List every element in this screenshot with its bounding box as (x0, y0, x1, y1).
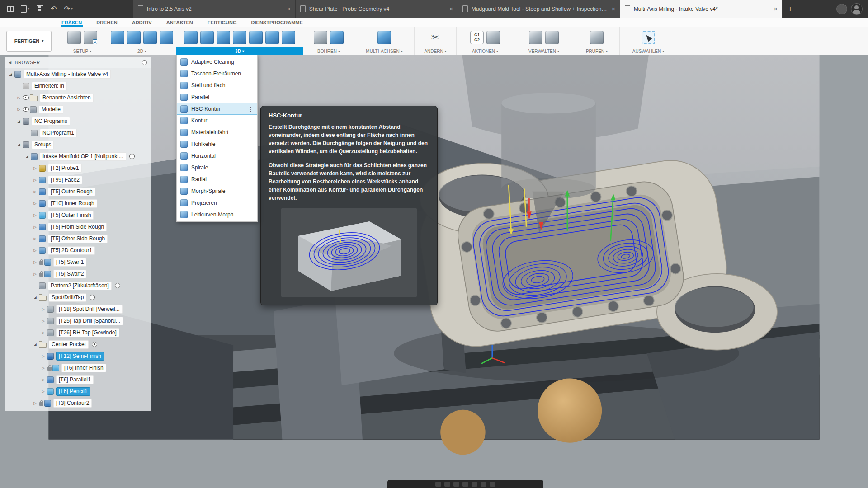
tree-expand-icon[interactable]: ▷ (32, 260, 38, 264)
browser-tree-item[interactable]: ▷[T26] RH Tap [Gewinde] (5, 327, 151, 338)
dock-button[interactable] (435, 482, 441, 487)
menu-item-spirale[interactable]: Spirale (177, 162, 257, 174)
browser-tree-item[interactable]: ▷Modelle (5, 103, 151, 115)
browser-tree-item[interactable]: ◢Multi-Axis Milling - Intake Valve v4 (5, 68, 151, 80)
menu-item-hsc-kontur[interactable]: HSC-Kontur⋮ (177, 103, 257, 115)
browser-tree-item[interactable]: ◢NC Programs (5, 115, 151, 127)
menu-item-steil-und-flach[interactable]: Steil und flach (177, 80, 257, 91)
tab-close-icon[interactable]: × (287, 5, 291, 13)
2d-adaptive-clearing-icon[interactable] (111, 31, 124, 44)
dock-button[interactable] (462, 482, 468, 487)
menu-item-morph-spirale[interactable]: Morph-Spirale (177, 185, 257, 197)
app-menu-icon[interactable] (5, 2, 16, 16)
new-tab-button[interactable]: + (783, 0, 798, 18)
browser-tree-item[interactable]: ▷[T5] Outer Finish (5, 209, 151, 221)
ribbon-tab-additiv[interactable]: ADDITIV (131, 20, 153, 27)
tree-expand-icon[interactable]: ▷ (32, 178, 38, 182)
group-dropdown-verwalten[interactable]: VERWALTEN▾ (514, 47, 574, 55)
nc-program-icon[interactable]: G (84, 31, 97, 44)
menu-item-taschen-freir-umen[interactable]: Taschen-Freiräumen (177, 68, 257, 80)
browser-tree-item[interactable]: ▷[T5] Swarf1 (5, 256, 151, 268)
multi-axis-contour-icon[interactable] (377, 31, 391, 44)
active-operation-target-icon[interactable] (115, 283, 120, 288)
tool-library-icon[interactable] (529, 31, 542, 44)
menu-item-horizontal[interactable]: Horizontal (177, 150, 257, 162)
browser-tree-item[interactable]: ▷[T3] Contour2 (5, 397, 151, 409)
ribbon-tab-fertigung[interactable]: FERTIGUNG (207, 20, 238, 27)
menu-item-parallel[interactable]: Parallel (177, 91, 257, 103)
group-dropdown-aktionen[interactable]: AKTIONEN▾ (457, 47, 514, 55)
browser-tree-item[interactable]: ▷[T2] Probe1 (5, 162, 151, 174)
menu-item-hohlkehle[interactable]: Hohlkehle (177, 138, 257, 150)
group-dropdown-ausw-hlen[interactable]: AUSWÄHLEN▾ (620, 47, 677, 55)
tree-expand-icon[interactable]: ▷ (32, 249, 38, 253)
browser-tree-item[interactable]: ▷[T5] 2D Contour1 (5, 244, 151, 256)
tree-expand-icon[interactable]: ▷ (32, 272, 38, 276)
group-dropdown-ndern[interactable]: ÄNDERN▾ (415, 47, 456, 55)
browser-tree-item[interactable]: ▷Benannte Ansichten (5, 92, 151, 103)
tree-expand-icon[interactable]: ▷ (40, 378, 46, 382)
tree-expand-icon[interactable]: ▷ (32, 166, 38, 170)
new-setup-icon[interactable] (67, 31, 81, 44)
drill-icon[interactable] (314, 31, 327, 44)
tree-expand-icon[interactable]: ▷ (16, 108, 22, 112)
document-tab[interactable]: Mudguard Mold Tool - Steep and Shallow +… (458, 0, 620, 18)
job-status-icon[interactable] (836, 4, 847, 14)
circular-milling-icon[interactable] (330, 31, 344, 44)
tree-expand-icon[interactable]: ◢ (32, 296, 38, 300)
tree-expand-icon[interactable]: ▷ (32, 237, 38, 241)
tree-expand-icon[interactable]: ▷ (32, 401, 38, 405)
menu-item-leitkurven-morph[interactable]: Leitkurven-Morph (177, 209, 257, 221)
tree-expand-icon[interactable]: ◢ (24, 155, 30, 159)
visibility-eye-icon[interactable] (23, 107, 29, 112)
browser-tree-item[interactable]: Einheiten: in (5, 80, 151, 92)
avatar[interactable] (851, 3, 863, 15)
browser-tree-item[interactable]: ▷[T12] Semi-Finish (5, 350, 151, 362)
dock-button[interactable] (490, 482, 495, 487)
browser-tree-item[interactable]: ◢Setups (5, 139, 151, 150)
select-cursor-icon[interactable] (642, 31, 655, 44)
browser-tree-item[interactable]: ▷[T99] Face2 (5, 174, 151, 186)
measure-icon[interactable] (590, 31, 604, 44)
browser-tree-item[interactable]: ▷[T10] Inner Rough (5, 197, 151, 209)
undo-icon[interactable]: ↶ (48, 2, 59, 16)
group-dropdown-multi-achsen[interactable]: MULTI-ACHSEN▾ (354, 47, 414, 55)
tab-close-icon[interactable]: × (449, 5, 453, 13)
task-manager-icon[interactable] (545, 31, 559, 44)
file-menu-icon[interactable]: ▾ (18, 2, 32, 16)
spiral-icon[interactable] (265, 31, 279, 44)
2d-contour-icon[interactable] (160, 31, 173, 44)
group-dropdown-2d[interactable]: 2D▾ (108, 47, 176, 55)
tree-expand-icon[interactable]: ◢ (32, 343, 38, 347)
visibility-eye-icon[interactable] (23, 95, 29, 100)
group-dropdown-3d[interactable]: 3D▾ (176, 47, 303, 55)
redo-icon[interactable]: ↷▾ (61, 2, 75, 16)
ribbon-tab-antasten[interactable]: ANTASTEN (165, 20, 194, 27)
document-tab[interactable]: Shear Plate - Probe Geometry v4× (296, 0, 458, 18)
dock-button[interactable] (444, 482, 450, 487)
browser-tree-item[interactable]: ▷[T6] Pencil1 (5, 385, 151, 397)
active-operation-target-icon[interactable] (129, 154, 135, 159)
scallop-icon[interactable] (249, 31, 263, 44)
browser-tree-item[interactable]: ◢Spot/Drill/Tap (5, 291, 151, 303)
tree-expand-icon[interactable]: ▷ (40, 354, 46, 358)
tree-expand-icon[interactable]: ▷ (40, 319, 46, 323)
trim-toolpath-icon[interactable]: ✂ (429, 31, 442, 44)
browser-tree-item[interactable]: ▷[T5] Other Side Rough (5, 233, 151, 244)
menu-item-radial[interactable]: Radial (177, 174, 257, 185)
tree-expand-icon[interactable]: ▷ (40, 366, 46, 370)
tree-expand-icon[interactable]: ◢ (8, 72, 14, 76)
group-dropdown-pr-fen[interactable]: PRÜFEN▾ (574, 47, 619, 55)
browser-tree-item[interactable]: NCProgram1 (5, 127, 151, 139)
group-dropdown-bohren[interactable]: BOHREN▾ (303, 47, 354, 55)
dock-button[interactable] (481, 482, 486, 487)
browser-tree-item[interactable]: ▷[T25] Tap Drill [Spanbru... (5, 315, 151, 327)
ribbon-tab-dienstprogramme[interactable]: DIENSTPROGRAMME (250, 20, 304, 27)
save-icon[interactable] (34, 2, 46, 16)
tree-expand-icon[interactable]: ▷ (16, 96, 22, 100)
browser-tree-item[interactable]: ▷[T5] Outer Rough (5, 186, 151, 197)
browser-tree-item[interactable]: ▷[T38] Spot Drill [Verweil... (5, 303, 151, 315)
menu-item-kontur[interactable]: Kontur (177, 115, 257, 127)
tree-expand-icon[interactable]: ▷ (32, 202, 38, 206)
active-operation-target-icon[interactable] (90, 295, 95, 300)
